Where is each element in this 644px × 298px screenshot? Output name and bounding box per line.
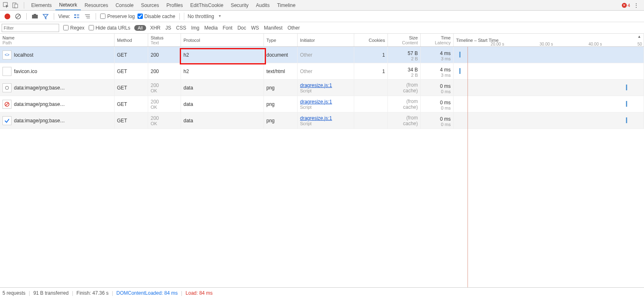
tab-audits[interactable]: Audits xyxy=(252,0,273,10)
initiator-link[interactable]: dragresize.js:1 xyxy=(300,83,332,88)
filter-input[interactable] xyxy=(2,24,59,32)
more-icon[interactable]: ⋮ xyxy=(633,2,640,9)
filter-xhr[interactable]: XHR xyxy=(150,25,160,31)
status-load: Load: 84 ms xyxy=(186,290,213,296)
record-button[interactable] xyxy=(3,12,11,21)
preserve-log-checkbox[interactable]: Preserve log xyxy=(100,14,135,19)
throttling-select[interactable]: No throttling xyxy=(184,13,222,20)
tab-sources[interactable]: Sources xyxy=(137,0,163,10)
filter-css[interactable]: CSS xyxy=(176,25,186,31)
svg-line-4 xyxy=(16,15,20,18)
error-count[interactable]: ✕4 xyxy=(622,3,630,8)
network-table: <>localhostGET200h2documentOther157 B2 B… xyxy=(0,47,644,287)
col-cookies[interactable]: Cookies xyxy=(354,34,388,46)
filter-all[interactable]: All xyxy=(134,25,146,31)
filter-font[interactable]: Font xyxy=(222,25,232,31)
tab-editthiscookie[interactable]: EditThisCookie xyxy=(186,0,227,10)
hide-data-urls-checkbox[interactable]: Hide data URLs xyxy=(89,25,131,31)
table-header: NamePath Method StatusText Protocol Type… xyxy=(0,34,644,47)
status-bar: 5 requests| 91 B transferred| Finish: 47… xyxy=(0,287,644,298)
clear-button[interactable] xyxy=(14,12,22,21)
svg-rect-13 xyxy=(85,14,90,15)
status-transferred: 91 B transferred xyxy=(33,290,69,296)
svg-rect-7 xyxy=(74,14,76,16)
col-name[interactable]: NamePath xyxy=(0,34,115,46)
filter-other[interactable]: Other xyxy=(287,25,300,31)
svg-rect-15 xyxy=(87,18,90,18)
table-row[interactable]: <>localhostGET200h2documentOther157 B2 B… xyxy=(0,47,644,63)
status-dcl: DOMContentLoaded: 84 ms xyxy=(117,290,178,296)
filter-ws[interactable]: WS xyxy=(251,25,259,31)
col-size[interactable]: SizeContent xyxy=(388,34,421,46)
svg-rect-2 xyxy=(15,4,18,8)
tab-profiles[interactable]: Profiles xyxy=(163,0,186,10)
filter-media[interactable]: Media xyxy=(204,25,218,31)
svg-rect-8 xyxy=(77,14,79,15)
tab-console[interactable]: Console xyxy=(112,0,137,10)
tab-elements[interactable]: Elements xyxy=(28,0,55,10)
svg-rect-9 xyxy=(77,15,79,16)
svg-rect-5 xyxy=(32,15,38,18)
status-finish: Finish: 47.36 s xyxy=(76,290,108,296)
svg-point-16 xyxy=(5,86,9,89)
table-row[interactable]: data:image/png;base…GET200OKdatapngdragr… xyxy=(0,80,644,96)
filter-doc[interactable]: Doc xyxy=(237,25,246,31)
disable-cache-checkbox[interactable]: Disable cache xyxy=(138,14,175,19)
svg-rect-6 xyxy=(34,14,36,15)
svg-line-18 xyxy=(5,103,9,106)
col-protocol[interactable]: Protocol xyxy=(181,34,264,46)
col-time[interactable]: TimeLatency xyxy=(421,34,454,46)
svg-rect-14 xyxy=(86,16,90,17)
tab-security[interactable]: Security xyxy=(227,0,252,10)
devtools-tabbar: ElementsNetworkResourcesConsoleSourcesPr… xyxy=(0,0,644,11)
col-status[interactable]: StatusText xyxy=(148,34,181,46)
col-initiator[interactable]: Initiator xyxy=(298,34,354,46)
device-icon[interactable] xyxy=(11,2,19,9)
tab-network[interactable]: Network xyxy=(55,0,81,10)
filter-js[interactable]: JS xyxy=(165,25,171,31)
regex-checkbox[interactable]: Regex xyxy=(63,25,85,31)
view-small-icon[interactable] xyxy=(83,12,92,21)
filter-manifest[interactable]: Manifest xyxy=(264,25,282,31)
table-row[interactable]: data:image/png;base…GET200OKdatapngdragr… xyxy=(0,96,644,112)
status-requests: 5 requests xyxy=(2,290,25,296)
tab-timeline[interactable]: Timeline xyxy=(273,0,299,10)
view-label: View: xyxy=(58,14,70,19)
table-row[interactable]: data:image/png;base…GET200OKdatapngdragr… xyxy=(0,112,644,129)
network-toolbar: View: Preserve log Disable cache No thro… xyxy=(0,11,644,22)
svg-rect-12 xyxy=(77,18,79,18)
table-row[interactable]: favicon.icoGET200h2text/htmlOther134 B2 … xyxy=(0,63,644,80)
filter-icon[interactable] xyxy=(41,12,50,21)
initiator-link[interactable]: dragresize.js:1 xyxy=(300,115,332,121)
svg-rect-11 xyxy=(77,17,79,17)
col-method[interactable]: Method xyxy=(115,34,148,46)
initiator-link[interactable]: dragresize.js:1 xyxy=(300,99,332,105)
col-timeline[interactable]: Timeline – Start Time ▲ 20.00 s30.00 s40… xyxy=(454,34,644,46)
inspect-icon[interactable] xyxy=(2,2,10,9)
capture-screenshot-icon[interactable] xyxy=(31,12,39,21)
tab-resources[interactable]: Resources xyxy=(81,0,112,10)
col-type[interactable]: Type xyxy=(264,34,298,46)
view-large-icon[interactable] xyxy=(73,12,81,21)
filter-bar: Regex Hide data URLs All XHRJSCSSImgMedi… xyxy=(0,22,644,34)
filter-img[interactable]: Img xyxy=(191,25,199,31)
svg-rect-10 xyxy=(74,17,76,18)
